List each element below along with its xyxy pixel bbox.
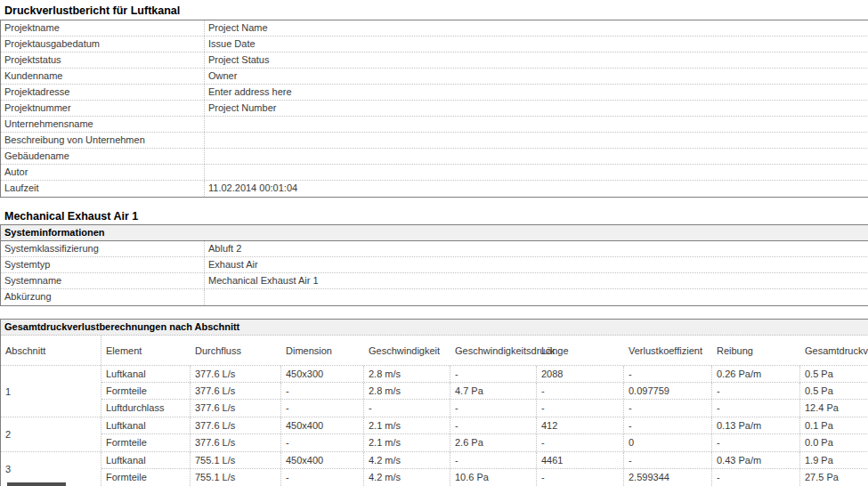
- cell-gesamtdruckverlust: 0.5 Pa: [800, 366, 868, 382]
- report-viewport: Druckverlustbericht für Luftkanal Projek…: [0, 0, 868, 486]
- column-header-element: Element: [101, 345, 191, 356]
- cell-geschwindigkeitsdruck: -: [450, 452, 537, 468]
- section-group: 3Luftkanal755.1 L/s450x4004.2 m/s-4461-0…: [1, 452, 868, 486]
- project-info-label: Projektstatus: [1, 53, 205, 68]
- system-info-value: Exhaust Air: [205, 257, 868, 272]
- project-info-value: Project Name: [205, 20, 868, 36]
- project-info-row: Laufzeit11.02.2014 00:01:04: [1, 181, 868, 197]
- cell-geschwindigkeitsdruck: -: [450, 400, 537, 417]
- system-info-value: Abluft 2: [205, 241, 868, 256]
- system-info-label: Systemname: [1, 273, 205, 288]
- cell-verlustkoeffizient: -: [624, 452, 712, 468]
- cell-verlustkoeffizient: 0.097759: [624, 383, 712, 399]
- project-info-label: Kundenname: [1, 69, 205, 84]
- column-header-dimension: Dimension: [281, 345, 364, 356]
- cell-durchfluss: 377.6 L/s: [191, 417, 281, 433]
- cell-durchfluss: 755.1 L/s: [191, 452, 281, 468]
- project-info-label: Projektausgabedatum: [1, 36, 205, 52]
- project-info-value: 11.02.2014 00:01:04: [205, 181, 868, 197]
- cell-laenge: 412: [537, 417, 624, 433]
- column-header-gesamtdruckverlust: Gesamtdruckverlust: [800, 345, 868, 356]
- cell-element: Luftkanal: [101, 366, 191, 382]
- cell-geschwindigkeit: 2.1 m/s: [364, 417, 450, 433]
- cell-reibung: 0.13 Pa/m: [712, 417, 800, 433]
- cell-verlustkoeffizient: 2.599344: [624, 469, 712, 486]
- cell-reibung: -: [712, 383, 800, 399]
- section-group-rows: Luftkanal755.1 L/s450x4004.2 m/s-4461-0.…: [101, 452, 868, 486]
- pressure-loss-row: Luftdurchlass377.6 L/s------12.4 Pa: [101, 400, 868, 417]
- project-info-row: ProjektstatusProject Status: [1, 53, 868, 69]
- cell-geschwindigkeit: 2.8 m/s: [364, 366, 450, 382]
- cell-reibung: 0.26 Pa/m: [712, 366, 800, 382]
- pressure-loss-row: Formteile377.6 L/s-2.8 m/s4.7 Pa-0.09775…: [101, 383, 868, 400]
- cell-gesamtdruckverlust: 12.4 Pa: [800, 400, 868, 417]
- system-info-label: Abkürzung: [1, 289, 205, 305]
- cell-geschwindigkeitsdruck: 10.6 Pa: [450, 469, 537, 486]
- project-info-value: Enter address here: [205, 85, 868, 100]
- pressure-loss-row: Luftkanal377.6 L/s450x4002.1 m/s-412-0.1…: [101, 417, 868, 434]
- project-info-label: Autor: [1, 165, 205, 180]
- system-info-table-header: Systeminformationen: [1, 225, 868, 241]
- cell-reibung: -: [712, 400, 800, 417]
- cell-reibung: 0.43 Pa/m: [712, 452, 800, 468]
- project-info-label: Gebäudename: [1, 149, 205, 164]
- cell-verlustkoeffizient: -: [624, 400, 712, 417]
- cell-gesamtdruckverlust: 0.0 Pa: [800, 434, 868, 451]
- pressure-loss-row: Luftkanal755.1 L/s450x4004.2 m/s-4461-0.…: [101, 452, 868, 469]
- system-info-rows: SystemklassifizierungAbluft 2SystemtypEx…: [1, 241, 868, 305]
- project-info-label: Projektname: [1, 20, 205, 36]
- pressure-loss-table-header: Gesamtdruckverlustberechnungen nach Absc…: [1, 320, 868, 336]
- cell-geschwindigkeitsdruck: 4.7 Pa: [450, 383, 537, 399]
- column-header-durchfluss: Durchfluss: [191, 345, 281, 356]
- pressure-loss-table: Gesamtdruckverlustberechnungen nach Absc…: [0, 319, 868, 486]
- system-heading: Mechanical Exhaust Air 1: [4, 210, 868, 223]
- cell-gesamtdruckverlust: 27.5 Pa: [800, 469, 868, 486]
- system-info-label: Systemklassifizierung: [1, 241, 205, 256]
- project-info-row: ProjektnummerProject Number: [1, 101, 868, 117]
- column-header-reibung: Reibung: [712, 345, 800, 356]
- cell-dimension: -: [281, 383, 364, 399]
- cell-dimension: 450x400: [281, 417, 364, 433]
- system-info-row: SystemnameMechanical Exhaust Air 1: [1, 273, 868, 289]
- column-header-geschwindigkeit: Geschwindigkeit: [364, 345, 450, 356]
- cell-laenge: -: [537, 469, 624, 486]
- project-info-value: [205, 165, 868, 180]
- report-title: Druckverlustbericht für Luftkanal: [4, 4, 868, 17]
- project-info-value: [205, 133, 868, 148]
- project-info-row: Autor: [1, 165, 868, 181]
- cell-gesamtdruckverlust: 0.1 Pa: [800, 417, 868, 433]
- cell-geschwindigkeit: 4.2 m/s: [364, 469, 450, 486]
- pressure-loss-column-header-row: AbschnittElementDurchflussDimensionGesch…: [1, 336, 868, 366]
- column-header-abschnitt: Abschnitt: [1, 336, 101, 365]
- cell-durchfluss: 377.6 L/s: [191, 434, 281, 451]
- cell-verlustkoeffizient: -: [624, 366, 712, 382]
- project-info-table: ProjektnameProject NameProjektausgabedat…: [0, 20, 868, 198]
- cell-laenge: 2088: [537, 366, 624, 382]
- pressure-loss-row: Formteile755.1 L/s-4.2 m/s10.6 Pa-2.5993…: [101, 469, 868, 486]
- cell-dimension: -: [281, 434, 364, 451]
- system-info-row: SystemklassifizierungAbluft 2: [1, 241, 868, 257]
- cell-dimension: -: [281, 400, 364, 417]
- project-info-row: ProjektausgabedatumIssue Date: [1, 36, 868, 53]
- project-info-label: Unternehmensname: [1, 117, 205, 132]
- column-header-laenge: Länge: [537, 345, 624, 356]
- column-header-verlustkoeffizient: Verlustkoeffizient: [624, 345, 712, 356]
- abschnitt-number: 2: [1, 417, 101, 451]
- project-info-label: Beschreibung von Unternehmen: [1, 133, 205, 148]
- project-info-label: Laufzeit: [1, 181, 205, 197]
- project-info-value: Project Number: [205, 101, 868, 116]
- system-info-value: [205, 289, 868, 305]
- project-info-row: Beschreibung von Unternehmen: [1, 133, 868, 149]
- section-group: 2Luftkanal377.6 L/s450x4002.1 m/s-412-0.…: [1, 417, 868, 452]
- cell-laenge: -: [537, 434, 624, 451]
- cell-geschwindigkeitsdruck: 2.6 Pa: [450, 434, 537, 451]
- cell-element: Formteile: [101, 469, 191, 486]
- cell-geschwindigkeitsdruck: -: [450, 366, 537, 382]
- cell-laenge: -: [537, 383, 624, 399]
- project-info-label: Projektadresse: [1, 85, 205, 100]
- cell-laenge: -: [537, 400, 624, 417]
- horizontal-scrollbar-thumb[interactable]: [7, 482, 66, 486]
- project-info-row: ProjektadresseEnter address here: [1, 85, 868, 101]
- cell-element: Formteile: [101, 434, 191, 451]
- cell-durchfluss: 377.6 L/s: [191, 366, 281, 382]
